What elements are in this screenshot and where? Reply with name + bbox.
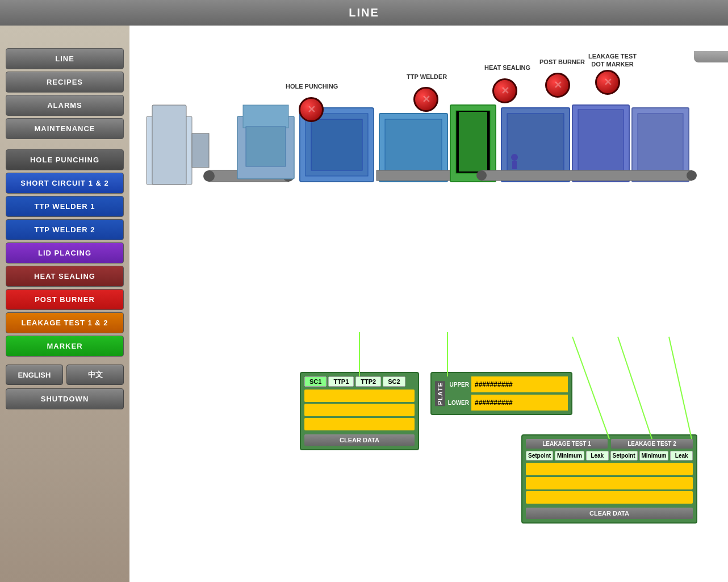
leakage-data-row-3 [526,491,693,504]
sidebar-item-recipes[interactable]: RECIPES [6,72,124,93]
language-chinese-btn[interactable]: 中文 [66,365,124,385]
leakage-leak-2[interactable]: Leak [670,451,693,460]
sidebar-item-short-circuit[interactable]: SHORT CIRCUIT 1 & 2 [6,173,124,194]
svg-point-4 [203,170,215,182]
content-area: HOLE PUNCHING TTP WELDER HEAT SEALING PO… [129,26,728,582]
svg-rect-28 [512,161,517,169]
sidebar-item-post-burner[interactable]: POST BURNER [6,289,124,310]
svg-line-33 [669,337,692,439]
sc-tab-ttp1[interactable]: TTP1 [328,376,354,387]
svg-rect-11 [311,119,362,170]
svg-rect-13 [385,119,442,176]
indicator-ttp-welder[interactable] [413,87,438,112]
indicator-hole-punching[interactable] [299,97,324,122]
svg-rect-17 [459,112,487,171]
indicator-heat-sealing[interactable] [492,78,517,103]
sidebar-item-line[interactable]: LINE [6,48,124,69]
shutdown-button[interactable]: SHUTDOWN [6,388,124,409]
language-row: ENGLISH 中文 [6,365,124,385]
plate-lower-row: LOWER ########## [447,395,568,411]
sidebar-item-leakage-test[interactable]: LEAKAGE TEST 1 & 2 [6,312,124,333]
plate-upper-row: UPPER ########## [447,376,568,392]
svg-rect-8 [246,127,286,166]
plate-label: PLATE [435,381,445,406]
sc-tab-ttp2[interactable]: TTP2 [355,376,381,387]
sc-clear-btn[interactable]: CLEAR DATA [304,434,415,446]
svg-line-32 [618,337,652,439]
svg-rect-1 [152,105,186,185]
label-post-burner: POST BURNER [539,58,585,66]
plate-upper-label: UPPER [447,382,469,388]
leakage-minimum-1[interactable]: Minimum [555,451,584,460]
sidebar-item-maintenance[interactable]: MAINTENANCE [6,118,124,139]
header-tab-decoration [694,51,728,62]
indicator-post-burner[interactable] [545,73,570,98]
svg-point-27 [511,154,518,161]
plate-panel: PLATE UPPER ########## LOWER ########## [430,372,572,415]
sidebar: LINE RECIPES ALARMS MAINTENANCE HOLE PUN… [0,26,129,582]
leakage-data-row-1 [526,463,693,475]
sidebar-item-ttp-welder-2[interactable]: TTP WELDER 2 [6,219,124,240]
label-leakage-dot: LEAKAGE TESTDOT MARKER [588,52,637,69]
leakage-clear-btn[interactable]: CLEAR DATA [526,508,693,519]
main-layout: LINE RECIPES ALARMS MAINTENANCE HOLE PUN… [0,26,728,582]
language-english-btn[interactable]: ENGLISH [6,365,63,385]
plate-side-labels: PLATE [435,376,447,411]
label-heat-sealing: HEAT SEALING [484,64,530,72]
leakage-data-row-2 [526,477,693,489]
sc-data-row-1 [304,390,415,402]
sidebar-item-hole-punching[interactable]: HOLE PUNCHING [6,149,124,170]
page-title: LINE [349,6,379,19]
svg-point-25 [476,170,487,181]
sidebar-item-lid-placing[interactable]: LID PLACING [6,242,124,263]
leakage-minimum-2[interactable]: Minimum [639,451,669,460]
svg-point-26 [687,170,697,181]
leakage-title-2: LEAKAGE TEST 2 [611,439,693,449]
leakage-setpoint-1[interactable]: Setpoint [526,451,553,460]
sc-data-row-3 [304,418,415,430]
sc-tab-sc1[interactable]: SC1 [304,376,327,387]
label-hole-punching: HOLE PUNCHING [286,82,338,90]
sidebar-item-ttp-welder-1[interactable]: TTP WELDER 1 [6,196,124,217]
leakage-setpoint-2[interactable]: Setpoint [610,451,638,460]
sc-tab-row: SC1 TTP1 TTP2 SC2 [304,376,415,387]
plate-upper-lower: UPPER ########## LOWER ########## [447,376,568,411]
plate-lower-value: ########## [471,395,568,411]
sidebar-item-heat-sealing[interactable]: HEAT SEALING [6,266,124,287]
sc-data-row-2 [304,404,415,416]
leakage-header: LEAKAGE TEST 1 LEAKAGE TEST 2 [526,439,693,449]
svg-rect-7 [243,105,288,128]
svg-rect-2 [192,133,209,168]
plate-lower-label: LOWER [447,400,469,406]
svg-rect-21 [578,110,624,178]
svg-rect-23 [638,114,683,179]
svg-rect-24 [482,170,692,181]
leakage-leak-1[interactable]: Leak [586,451,609,460]
leakage-panel: LEAKAGE TEST 1 LEAKAGE TEST 2 Setpoint M… [521,434,697,524]
leakage-sub-row: Setpoint Minimum Leak Setpoint Minimum L… [526,451,693,460]
label-ttp-welder: TTP WELDER [407,73,447,81]
leakage-title-1: LEAKAGE TEST 1 [526,439,608,449]
sidebar-item-marker[interactable]: MARKER [6,336,124,357]
indicator-leakage-dot[interactable] [595,70,620,95]
header: LINE [0,0,728,26]
svg-line-31 [572,337,609,439]
sidebar-item-alarms[interactable]: ALARMS [6,95,124,116]
plate-upper-value: ########## [471,376,568,392]
sc-tab-sc2[interactable]: SC2 [383,376,405,387]
plate-content: UPPER ########## LOWER ########## [447,376,568,411]
sc-panel: SC1 TTP1 TTP2 SC2 CLEAR DATA [300,372,419,450]
